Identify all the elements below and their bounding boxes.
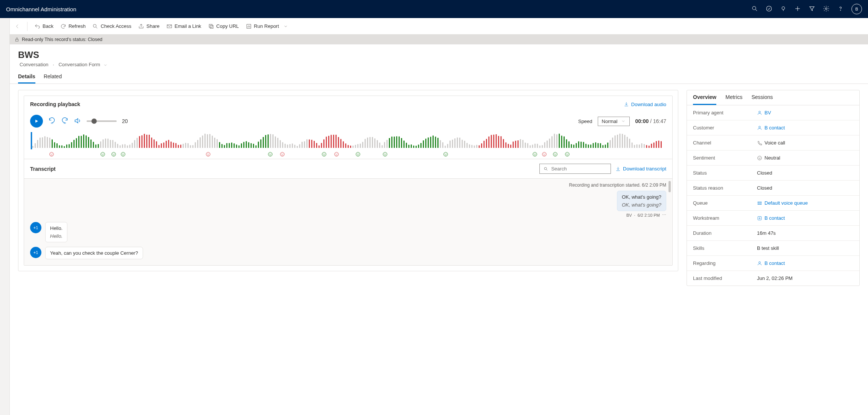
svg-point-325	[554, 154, 554, 154]
playback-time: 00:00 / 16:47	[635, 118, 666, 124]
lock-icon	[14, 37, 20, 42]
svg-point-322	[544, 154, 544, 154]
volume-value: 20	[122, 118, 128, 124]
crumb-entity: Conversation	[20, 62, 49, 67]
system-message: Recording and transcription started. 6/2…	[30, 182, 666, 188]
task-icon[interactable]	[766, 5, 772, 13]
run-report-button[interactable]: Run Report	[246, 23, 288, 29]
row-primary-agent: Primary agent BV	[687, 105, 859, 120]
nav-back-arrow[interactable]	[14, 23, 20, 29]
svg-point-334	[758, 156, 762, 160]
customer-bubble: Hello. Hello.	[45, 222, 67, 242]
overview-tabs: Overview Metrics Sessions	[687, 90, 859, 105]
person-icon	[757, 125, 762, 131]
crumb-form[interactable]: Conversation Form	[58, 62, 100, 67]
gear-icon[interactable]	[823, 5, 830, 13]
svg-line-1	[755, 9, 757, 11]
customer-avatar: +1	[30, 247, 41, 258]
speed-label: Speed	[578, 119, 592, 124]
email-link-button[interactable]: Email a Link	[166, 23, 201, 29]
svg-point-3	[782, 6, 785, 9]
topbar: Omnichannel Administration B	[0, 0, 868, 18]
svg-rect-12	[210, 25, 213, 28]
svg-point-283	[50, 154, 51, 154]
svg-point-291	[121, 152, 125, 157]
search-icon[interactable]	[751, 5, 758, 13]
svg-text:30: 30	[64, 122, 66, 124]
svg-point-293	[123, 154, 124, 154]
svg-point-295	[207, 154, 207, 154]
volume-icon[interactable]	[74, 117, 81, 126]
tab-overview[interactable]: Overview	[693, 94, 716, 105]
filter-icon[interactable]	[809, 5, 815, 13]
main-tabs: Details Related	[10, 70, 868, 84]
svg-point-314	[385, 154, 386, 154]
play-button[interactable]	[30, 115, 43, 128]
chevron-down-icon[interactable]	[103, 63, 108, 67]
left-panel: Recording playback Download audio 10 30 …	[18, 90, 678, 271]
tab-metrics[interactable]: Metrics	[725, 94, 742, 105]
transcript-body: Recording and transcription started. 6/2…	[24, 178, 672, 265]
search-input[interactable]	[551, 166, 607, 172]
svg-point-311	[359, 154, 359, 154]
svg-point-324	[553, 152, 557, 157]
plus-icon[interactable]	[794, 5, 801, 13]
svg-point-310	[357, 154, 358, 154]
tab-details[interactable]: Details	[18, 73, 35, 84]
row-sentiment: Sentiment Neutral	[687, 150, 859, 166]
transcript-search[interactable]	[539, 164, 611, 174]
svg-point-308	[337, 154, 337, 154]
svg-point-8	[841, 10, 841, 11]
svg-point-307	[335, 154, 336, 154]
agent-message: OK, what's going? OK, what's going? BV·6…	[30, 191, 666, 217]
refresh-button[interactable]: Refresh	[60, 23, 86, 29]
svg-point-299	[271, 154, 271, 154]
tab-related[interactable]: Related	[44, 73, 62, 84]
download-transcript-link[interactable]: Download transcript	[615, 166, 666, 172]
phone-icon	[757, 140, 762, 146]
check-access-button[interactable]: Check Access	[92, 23, 131, 29]
waveform[interactable]	[24, 130, 672, 151]
svg-rect-18	[16, 39, 18, 41]
bulb-icon[interactable]	[780, 5, 787, 13]
user-avatar[interactable]: B	[851, 4, 862, 14]
help-icon[interactable]	[837, 5, 844, 13]
volume-slider[interactable]	[87, 120, 117, 122]
svg-point-298	[269, 154, 270, 154]
workstream-icon	[757, 216, 762, 221]
right-panel: Overview Metrics Sessions Primary agent …	[687, 90, 860, 286]
rewind-10-button[interactable]: 10	[48, 117, 56, 126]
svg-text:10: 10	[51, 122, 53, 124]
download-audio-link[interactable]: Download audio	[624, 102, 666, 107]
playback-controls: 10 30 20 Speed Normal 00:00 / 16:47	[24, 112, 672, 130]
scrollbar[interactable]	[669, 181, 671, 192]
svg-point-336	[759, 157, 759, 158]
svg-point-330	[544, 167, 547, 169]
speed-select[interactable]: Normal	[598, 117, 630, 126]
share-button[interactable]: Share	[138, 23, 160, 29]
forward-30-button[interactable]: 30	[61, 117, 69, 126]
svg-point-323	[545, 154, 545, 154]
back-button[interactable]: Back	[34, 23, 53, 29]
row-regarding: Regarding B contact	[687, 256, 859, 271]
svg-point-341	[759, 261, 761, 263]
svg-point-321	[542, 152, 547, 157]
chevron-down-icon	[621, 119, 626, 123]
svg-point-313	[384, 154, 384, 154]
svg-rect-338	[758, 202, 761, 202]
row-channel: Channel Voice call	[687, 135, 859, 150]
svg-point-2	[766, 6, 772, 11]
svg-point-333	[759, 126, 761, 128]
row-queue: Queue Default voice queue	[687, 196, 859, 211]
transcript-header: Transcript Download transcript	[24, 159, 672, 178]
agent-bubble: OK, what's going? OK, what's going?	[617, 191, 666, 211]
svg-point-284	[52, 154, 52, 154]
command-bar: Back Refresh Check Access Share Email a …	[10, 18, 868, 35]
svg-point-9	[93, 24, 96, 27]
svg-point-296	[209, 154, 209, 154]
row-status-reason: Status reason Closed	[687, 181, 859, 196]
copy-url-button[interactable]: Copy URL	[208, 23, 239, 29]
row-status: Status Closed	[687, 166, 859, 181]
row-last-modified: Last modified Jun 2, 02:26 PM	[687, 271, 859, 286]
tab-sessions[interactable]: Sessions	[751, 94, 773, 105]
